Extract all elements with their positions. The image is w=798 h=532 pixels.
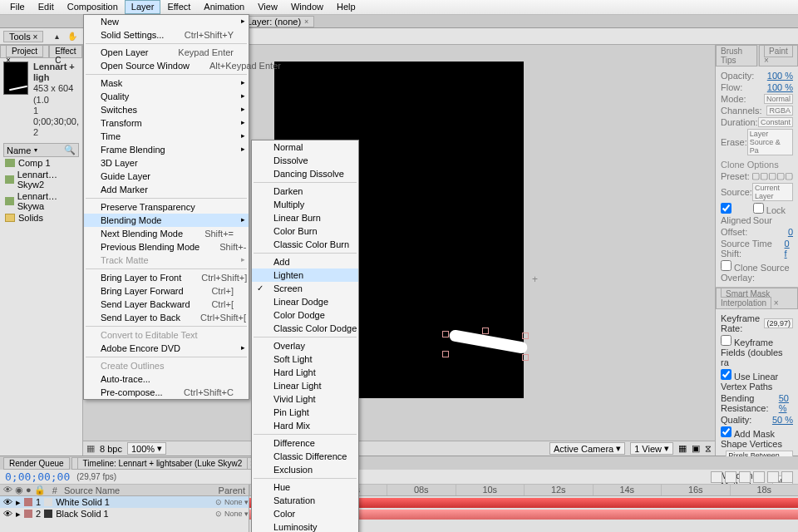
blend-mode-item[interactable]: Multiply [252,198,358,211]
transform-handle[interactable] [442,351,449,357]
blend-mode-item[interactable]: Hard Mix [252,419,358,432]
blend-mode-item[interactable]: Lighten [252,268,358,282]
menu-item[interactable]: Adobe Encore DVD▸ [84,342,249,355]
menu-layer[interactable]: Layer [125,0,161,14]
menu-item[interactable]: Send Layer BackwardCtrl+[ [84,298,249,311]
project-item[interactable]: Solids [3,212,79,224]
menu-item[interactable]: Add Marker [84,183,249,196]
duration-select[interactable]: Constant [758,117,793,127]
q-value[interactable]: 50 % [772,415,793,425]
flow-value[interactable]: 100 % [767,82,793,92]
project-tab[interactable]: Project × [0,45,49,58]
blend-mode-item[interactable]: Difference [252,436,358,450]
menu-item[interactable]: Guide Layer [84,170,249,183]
locksrc-checkbox[interactable]: Lock Sour [753,203,793,225]
kff-checkbox[interactable]: Keyframe Fields (doubles ra [721,335,793,367]
blend-mode-item[interactable]: Dancing Dissolve [252,167,358,180]
timeline-layer-row[interactable]: 👁▸1White Solid 1⊙ None ▾ [0,496,249,508]
blend-mode-item[interactable]: Pin Light [252,406,358,419]
menu-item[interactable]: Auto-trace... [84,372,249,386]
blend-mode-item[interactable]: Linear Dodge [252,295,358,308]
mask-icon[interactable]: ▣ [692,443,700,454]
offset-value[interactable]: 0 [788,227,793,237]
blend-mode-item[interactable]: Linear Light [252,379,358,392]
blend-mode-item[interactable]: Color Burn [252,224,358,238]
menu-animation[interactable]: Animation [197,0,251,14]
menu-item[interactable]: Bring Layer ForwardCtrl+] [84,284,249,298]
blend-mode-item[interactable]: Vivid Light [252,392,358,406]
bpc-label[interactable]: 8 bpc [100,444,122,454]
name-column-header[interactable]: Name▾🔍 [3,143,79,157]
paint-tab[interactable]: Paint × [759,45,798,66]
project-item[interactable]: Comp 1 [3,157,79,169]
ulvp-checkbox[interactable]: Use Linear Vertex Paths [721,369,793,392]
blend-mode-item[interactable]: Classic Difference [252,450,358,463]
project-item[interactable]: Lennart…Skyw2 [3,169,79,190]
tools-tab[interactable]: Tools × [3,31,43,42]
timeline-tab[interactable]: Timeline: Lennart + lightsaber (Luke Sky… [71,457,261,470]
blend-mode-item[interactable]: ✓Screen [252,282,358,295]
menu-item[interactable]: Next Blending ModeShift+= [84,227,249,240]
brush-tips-tab[interactable]: Brush Tips [716,45,757,66]
mode-select[interactable]: Normal [764,94,793,104]
smi-tab[interactable]: Smart Mask Interpolation × [716,288,798,309]
menu-item[interactable]: Transform▸ [84,116,249,130]
transform-handle[interactable] [522,354,529,361]
menu-item[interactable]: Send Layer to BackCtrl+Shift+[ [84,311,249,324]
menu-item[interactable]: Bring Layer to FrontCtrl+Shift+] [84,271,249,284]
view-select[interactable]: 1 View ▾ [630,442,673,455]
menu-item[interactable]: Previous Blending ModeShift+- [84,240,249,254]
menu-item[interactable]: Solid Settings...Ctrl+Shift+Y [84,28,249,42]
menu-window[interactable]: Window [284,0,330,14]
render-queue-tab[interactable]: Render Queue [3,457,70,470]
blend-mode-item[interactable]: Normal [252,140,358,154]
keyframe-rate[interactable]: (29,97) [764,318,793,328]
opacity-value[interactable]: 100 % [767,71,793,81]
blend-mode-item[interactable]: Overlay [252,339,358,352]
transform-handle[interactable] [442,331,449,337]
zoom-select[interactable]: 100% ▾ [127,442,166,455]
menu-item[interactable]: New▸ [84,15,249,28]
project-item[interactable]: Lennart…Skywa [3,190,79,212]
current-timecode[interactable]: 0;00;00;00 [5,470,70,483]
blend-mode-item[interactable]: Linear Burn [252,211,358,224]
selection-tool-icon[interactable]: ▴ [49,30,64,43]
blend-mode-item[interactable]: Hue [252,480,358,494]
menu-help[interactable]: Help [330,0,362,14]
blend-mode-item[interactable]: Exclusion [252,463,358,476]
menu-view[interactable]: View [251,0,284,14]
blend-mode-item[interactable]: Darken [252,185,358,198]
blend-mode-item[interactable]: Saturation [252,494,358,507]
transform-handle[interactable] [522,332,529,339]
menu-item[interactable]: Pre-compose...Ctrl+Shift+C [84,386,249,399]
menu-item[interactable]: Preserve Transparency [84,200,249,214]
preset-icons[interactable]: ▢▢▢▢▢ [751,170,793,181]
aligned-checkbox[interactable]: Aligned [721,203,753,225]
blend-mode-item[interactable]: Hard Light [252,366,358,379]
blend-mode-item[interactable]: Soft Light [252,352,358,366]
close-icon[interactable]: × [304,17,308,26]
menu-file[interactable]: File [3,0,32,14]
timeline-layer-row[interactable]: 👁▸2Black Solid 1⊙ None ▾ [0,508,249,520]
blend-mode-item[interactable]: Luminosity [252,520,358,532]
menu-item[interactable]: Switches▸ [84,103,249,116]
transform-handle[interactable] [482,328,489,334]
effects-tab[interactable]: Effect C [49,45,82,58]
camera-select[interactable]: Active Camera ▾ [549,442,625,455]
hand-tool-icon[interactable]: ✋ [65,30,80,43]
blend-mode-item[interactable]: Dissolve [252,154,358,167]
timecode-icon[interactable]: ⧖ [705,443,712,454]
menu-item[interactable]: Mask▸ [84,76,249,90]
amsv-checkbox[interactable]: Add Mask Shape Vertices [721,426,793,449]
menu-composition[interactable]: Composition [61,0,125,14]
menu-item[interactable]: Quality▸ [84,90,249,103]
doc-tab[interactable]: Layer: (none)× [241,16,315,27]
menu-item[interactable]: Open Source WindowAlt+Keypad Enter [84,59,249,72]
br-value[interactable]: 50 % [779,393,793,413]
menu-item[interactable]: Time▸ [84,130,249,143]
clone-overlay-checkbox[interactable]: Clone Source Overlay: [721,260,793,283]
blend-mode-item[interactable]: Add [252,255,358,268]
menu-effect[interactable]: Effect [160,0,197,14]
channels-select[interactable]: RGBA [766,106,793,116]
grid-icon[interactable]: ▦ [678,443,687,454]
